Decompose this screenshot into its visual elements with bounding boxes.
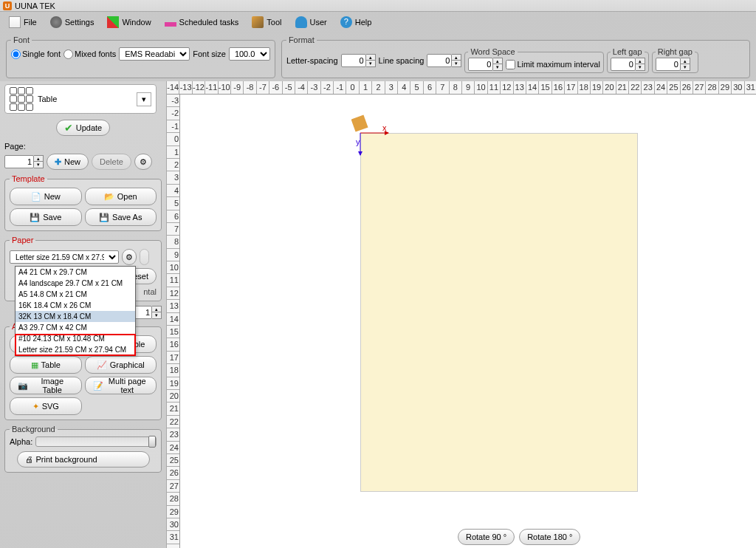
template-saveas-label: Save As bbox=[112, 213, 142, 222]
page-delete-button[interactable]: Delete bbox=[92, 154, 131, 170]
menu-user-label: User bbox=[310, 18, 327, 27]
menu-file[interactable]: File bbox=[4, 15, 41, 30]
ruler-tick: -11 bbox=[205, 81, 218, 94]
menu-scheduled[interactable]: Scheduled tasks bbox=[160, 16, 244, 28]
print-background-button[interactable]: 🖨Print background bbox=[17, 451, 150, 467]
word-space-input[interactable]: ▴▾ bbox=[468, 58, 503, 71]
template-open-label: Open bbox=[117, 192, 137, 201]
left-gap-panel: Left gap ▴▾ bbox=[607, 47, 649, 73]
svg-text:x: x bbox=[382, 123, 387, 132]
ruler-tick: 8 bbox=[450, 81, 462, 94]
paper-option[interactable]: A3 29.7 CM x 42 CM bbox=[16, 322, 135, 333]
paper-option[interactable]: Letter size 21.59 CM x 27.94 CM bbox=[16, 344, 135, 355]
alpha-slider[interactable] bbox=[35, 436, 157, 447]
menu-tool-label: Tool bbox=[267, 18, 281, 27]
right-gap-input[interactable]: ▴▾ bbox=[656, 58, 695, 71]
menu-window[interactable]: Window bbox=[103, 15, 155, 30]
page-new-button[interactable]: ✚New bbox=[47, 154, 89, 170]
limit-checkbox[interactable]: Limit maximum interval bbox=[506, 60, 599, 69]
down-icon[interactable]: ▾ bbox=[493, 64, 502, 70]
ruler-tick: -3 bbox=[308, 81, 320, 94]
template-open-button[interactable]: 📂Open bbox=[85, 188, 157, 205]
paper-option[interactable]: A4 21 CM x 29.7 CM bbox=[16, 267, 135, 278]
ruler-tick: 8 bbox=[167, 236, 180, 248]
left-gap-input[interactable]: ▴▾ bbox=[611, 58, 645, 71]
add-table-button[interactable]: ▦Table bbox=[10, 356, 82, 374]
single-font-radio[interactable]: Single font bbox=[11, 49, 61, 59]
ruler-tick: 21 bbox=[167, 403, 180, 415]
add-imagetable-button[interactable]: 📷Image Table bbox=[10, 377, 82, 394]
line-spacing-input[interactable]: ▴▾ bbox=[427, 54, 461, 67]
ruler-tick: 19 bbox=[167, 377, 180, 390]
up-icon[interactable]: ▴ bbox=[366, 55, 375, 61]
down-icon[interactable]: ▾ bbox=[34, 162, 43, 168]
mixed-fonts-radio[interactable]: Mixed fonts bbox=[63, 49, 116, 59]
template-legend: Template bbox=[10, 174, 47, 183]
menu-help[interactable]: ?Help bbox=[336, 15, 377, 30]
add-multipage-button[interactable]: 📝Multi page text bbox=[85, 377, 157, 394]
paper-page[interactable] bbox=[360, 133, 638, 492]
paper-option[interactable]: #10 24.13 CM x 10.48 CM bbox=[16, 333, 135, 344]
menu-user[interactable]: User bbox=[291, 15, 331, 30]
paper-size-dropdown[interactable]: A4 21 CM x 29.7 CMA4 landscape 29.7 CM x… bbox=[15, 266, 136, 356]
page-settings-button[interactable]: ⚙ bbox=[134, 154, 152, 170]
saveas-icon: 💾 bbox=[99, 213, 109, 222]
menu-help-label: Help bbox=[355, 18, 372, 27]
ruler-tick: 15 bbox=[539, 81, 551, 94]
paper-size-select[interactable]: Letter size 21.59 CM x 27.94 CM bbox=[10, 250, 119, 264]
up-icon[interactable]: ▴ bbox=[681, 58, 690, 64]
letter-spacing-label: Letter-spacing bbox=[286, 56, 338, 65]
paper-extra-button[interactable] bbox=[140, 249, 149, 265]
update-button[interactable]: ✔Update bbox=[56, 120, 110, 136]
down-icon[interactable]: ▾ bbox=[366, 61, 375, 66]
ruler-tick: 4 bbox=[167, 185, 180, 197]
template-saveas-button[interactable]: 💾Save As bbox=[85, 208, 157, 226]
up-icon[interactable]: ▴ bbox=[452, 55, 461, 61]
font-legend: Font bbox=[11, 35, 32, 44]
add-svg-button[interactable]: ✦SVG bbox=[10, 397, 82, 415]
ruler-tick: 24 bbox=[167, 442, 180, 454]
up-icon[interactable]: ▴ bbox=[493, 58, 502, 64]
template-save-button[interactable]: 💾Save bbox=[10, 208, 82, 226]
element-type-combo[interactable]: Table ▾ bbox=[4, 84, 157, 114]
page-delete-label: Delete bbox=[100, 157, 123, 166]
menu-settings-label: Settings bbox=[65, 18, 94, 27]
font-family-select[interactable]: EMS Readability (20... bbox=[119, 47, 190, 61]
up-icon[interactable]: ▴ bbox=[34, 156, 43, 162]
menu-tool[interactable]: Tool bbox=[247, 15, 286, 30]
menu-settings[interactable]: Settings bbox=[46, 15, 99, 30]
rotate-90-button[interactable]: Rotate 90 ° bbox=[458, 529, 515, 545]
down-icon[interactable]: ▾ bbox=[636, 64, 645, 70]
paper-settings-button[interactable]: ⚙ bbox=[122, 249, 137, 265]
ruler-tick: -5 bbox=[283, 81, 295, 94]
ruler-tick: -14 bbox=[167, 81, 179, 94]
chevron-down-icon[interactable]: ▾ bbox=[137, 92, 151, 106]
page-number-input[interactable]: ▴▾ bbox=[4, 155, 44, 168]
paper-option[interactable]: A5 14.8 CM x 21 CM bbox=[16, 289, 135, 300]
rotate-180-button[interactable]: Rotate 180 ° bbox=[519, 529, 580, 545]
template-panel: Template 📄New 📂Open 💾Save 💾Save As bbox=[4, 174, 162, 231]
letter-spacing-input[interactable]: ▴▾ bbox=[341, 54, 376, 67]
down-icon[interactable]: ▾ bbox=[452, 61, 461, 66]
canvas-area[interactable]: -14-13-12-11-10-9-8-7-6-5-4-3-2-10123456… bbox=[167, 81, 756, 548]
ruler-tick: 14 bbox=[526, 81, 539, 94]
down-icon[interactable]: ▾ bbox=[152, 312, 161, 318]
down-icon[interactable]: ▾ bbox=[681, 64, 690, 70]
ruler-tick: 17 bbox=[565, 81, 577, 94]
rotate-180-label: Rotate 180 ° bbox=[527, 532, 572, 541]
template-new-button[interactable]: 📄New bbox=[10, 188, 82, 205]
up-icon[interactable]: ▴ bbox=[636, 58, 645, 64]
paper-option[interactable]: A4 landscape 29.7 CM x 21 CM bbox=[16, 278, 135, 289]
paper-option[interactable]: 16K 18.4 CM x 26 CM bbox=[16, 300, 135, 311]
ruler-tick: 9 bbox=[167, 249, 180, 261]
add-graphical-button[interactable]: 📈Graphical bbox=[85, 356, 157, 374]
alpha-label: Alpha: bbox=[10, 437, 32, 446]
ruler-tick: 6 bbox=[167, 210, 180, 223]
ruler-tick: 25 bbox=[667, 81, 680, 94]
menubar: File Settings Window Scheduled tasks Too… bbox=[0, 12, 756, 32]
ruler-tick: 29 bbox=[167, 506, 180, 518]
slider-thumb[interactable] bbox=[148, 436, 156, 448]
up-icon[interactable]: ▴ bbox=[152, 306, 161, 312]
font-size-select[interactable]: 100.0 bbox=[229, 47, 270, 61]
paper-option[interactable]: 32K 13 CM x 18.4 CM bbox=[16, 311, 135, 322]
